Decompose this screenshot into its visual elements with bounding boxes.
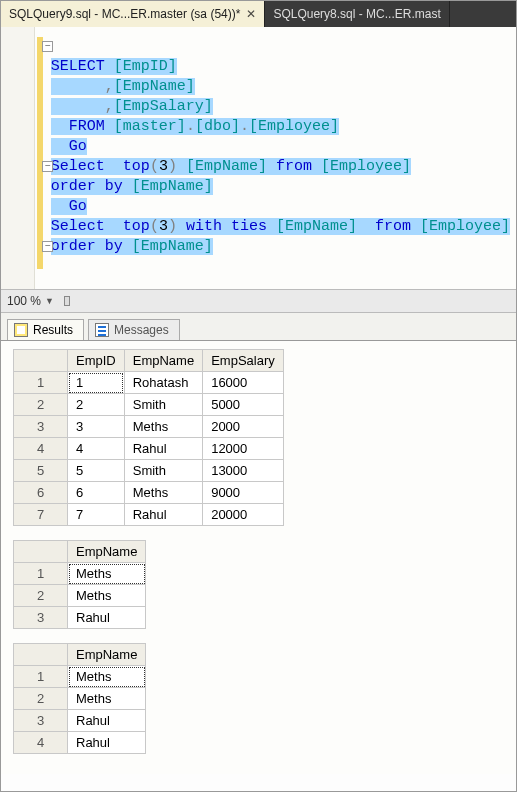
corner-cell [14,541,68,563]
code-area[interactable]: SELECT [EmpID] ,[EmpName] ,[EmpSalary] F… [35,27,516,289]
row-number: 3 [14,416,68,438]
results-tab-bar: Results Messages [1,313,516,341]
table-row[interactable]: 2Meths [14,688,146,710]
col-header[interactable]: EmpSalary [203,350,284,372]
table-row[interactable]: 55Smith13000 [14,460,284,482]
row-number: 4 [14,732,68,754]
table-row[interactable]: 66Meths9000 [14,482,284,504]
cell[interactable]: 4 [68,438,125,460]
table-row[interactable]: 22Smith5000 [14,394,284,416]
result-grid-2[interactable]: EmpName 1Meths 2Meths 3Rahul [13,540,146,629]
row-number: 2 [14,585,68,607]
row-number: 1 [14,666,68,688]
row-number: 7 [14,504,68,526]
cell[interactable]: Meths [124,416,202,438]
cell[interactable]: 5 [68,460,125,482]
table-row[interactable]: 1Meths [14,666,146,688]
zoom-level[interactable]: 100 % [7,294,41,308]
table-row[interactable]: 11Rohatash16000 [14,372,284,394]
tab-label: Messages [114,323,169,337]
cell[interactable]: Rahul [68,607,146,629]
cell[interactable]: Meths [68,585,146,607]
results-pane[interactable]: EmpID EmpName EmpSalary 11Rohatash16000 … [1,341,516,774]
table-row[interactable]: 3Rahul [14,710,146,732]
header-row: EmpName [14,644,146,666]
sql-editor[interactable]: − − − SELECT [EmpID] ,[EmpName] ,[EmpSal… [1,27,516,289]
table-row[interactable]: 3Rahul [14,607,146,629]
cell[interactable]: Meths [68,563,146,585]
table-row[interactable]: 1Meths [14,563,146,585]
cell[interactable]: Rahul [68,732,146,754]
row-number: 3 [14,607,68,629]
col-header[interactable]: EmpName [68,541,146,563]
cell[interactable]: 5000 [203,394,284,416]
result-grid-1[interactable]: EmpID EmpName EmpSalary 11Rohatash16000 … [13,349,284,526]
tab-results[interactable]: Results [7,319,84,340]
corner-cell [14,644,68,666]
cell[interactable]: 3 [68,416,125,438]
cell[interactable]: 2000 [203,416,284,438]
tab-label: Results [33,323,73,337]
cell[interactable]: Rahul [124,504,202,526]
file-tab-active[interactable]: SQLQuery9.sql - MC...ER.master (sa (54))… [1,1,265,27]
table-row[interactable]: 33Meths2000 [14,416,284,438]
cell[interactable]: Meths [124,482,202,504]
table-row[interactable]: 2Meths [14,585,146,607]
grid-icon [14,323,28,337]
cell[interactable]: Smith [124,394,202,416]
chevron-down-icon[interactable]: ▼ [45,296,54,306]
row-number: 3 [14,710,68,732]
cell[interactable]: Rahul [68,710,146,732]
editor-gutter [1,27,35,289]
scroll-left-icon[interactable] [64,296,70,306]
cell[interactable]: 20000 [203,504,284,526]
fold-icon[interactable]: − [42,41,53,52]
row-number: 1 [14,563,68,585]
cell[interactable]: 2 [68,394,125,416]
change-indicator [37,37,43,269]
row-number: 5 [14,460,68,482]
cell[interactable]: 12000 [203,438,284,460]
cell[interactable]: Smith [124,460,202,482]
fold-icon[interactable]: − [42,161,53,172]
cell[interactable]: 6 [68,482,125,504]
zoom-bar: 100 % ▼ [1,289,516,313]
table-row[interactable]: 77Rahul20000 [14,504,284,526]
row-number: 4 [14,438,68,460]
row-number: 2 [14,688,68,710]
table-row[interactable]: 4Rahul [14,732,146,754]
file-tab-label: SQLQuery8.sql - MC...ER.mast [273,7,440,21]
corner-cell [14,350,68,372]
cell[interactable]: 9000 [203,482,284,504]
cell[interactable]: 1 [68,372,125,394]
file-tab-bar: SQLQuery9.sql - MC...ER.master (sa (54))… [1,1,516,27]
file-tab-inactive[interactable]: SQLQuery8.sql - MC...ER.mast [265,1,449,27]
col-header[interactable]: EmpName [68,644,146,666]
row-number: 1 [14,372,68,394]
row-number: 6 [14,482,68,504]
fold-icon[interactable]: − [42,241,53,252]
cell[interactable]: Meths [68,666,146,688]
header-row: EmpName [14,541,146,563]
table-row[interactable]: 44Rahul12000 [14,438,284,460]
col-header[interactable]: EmpID [68,350,125,372]
row-number: 2 [14,394,68,416]
cell[interactable]: Rohatash [124,372,202,394]
cell[interactable]: Rahul [124,438,202,460]
file-tab-label: SQLQuery9.sql - MC...ER.master (sa (54))… [9,7,240,21]
cell[interactable]: 16000 [203,372,284,394]
cell[interactable]: 7 [68,504,125,526]
messages-icon [95,323,109,337]
tab-messages[interactable]: Messages [88,319,180,340]
col-header[interactable]: EmpName [124,350,202,372]
cell[interactable]: 13000 [203,460,284,482]
result-grid-3[interactable]: EmpName 1Meths 2Meths 3Rahul 4Rahul [13,643,146,754]
header-row: EmpID EmpName EmpSalary [14,350,284,372]
close-icon[interactable]: ✕ [246,7,256,21]
cell[interactable]: Meths [68,688,146,710]
